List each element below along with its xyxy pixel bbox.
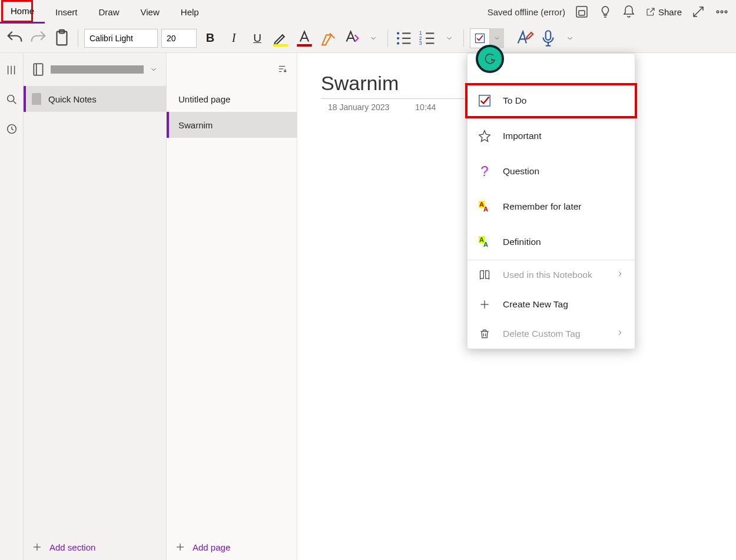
menubar-right: Saved offline (error) Share [488, 5, 736, 19]
menu-tabs: Home Insert Draw View Help [0, 0, 210, 24]
notebook-name-redacted [51, 65, 144, 74]
plus-icon [478, 298, 491, 311]
underline-button[interactable]: U [247, 28, 267, 48]
redo-button[interactable] [28, 28, 48, 48]
svg-rect-22 [546, 31, 551, 40]
section-tab-icon [32, 93, 41, 105]
sections-column: Quick Notes Add section [24, 53, 167, 560]
svg-point-9 [397, 32, 399, 34]
svg-point-10 [397, 37, 399, 39]
undo-button[interactable] [5, 28, 25, 48]
svg-point-4 [725, 11, 727, 13]
star-icon [478, 130, 491, 143]
definition-icon: AA [478, 236, 491, 248]
add-section-label: Add section [49, 542, 95, 552]
bold-button[interactable]: B [200, 28, 220, 48]
tag-option-label: Create New Tag [503, 299, 568, 310]
tag-option-question[interactable]: ? Question [468, 154, 635, 189]
svg-line-27 [13, 101, 16, 104]
lightbulb-icon[interactable] [598, 5, 612, 19]
tag-option-label: Remember for later [503, 201, 582, 212]
svg-rect-8 [297, 44, 312, 46]
chevron-right-icon [616, 329, 624, 339]
tab-insert[interactable]: Insert [45, 0, 88, 24]
svg-rect-1 [579, 11, 585, 15]
sort-icon[interactable] [277, 64, 287, 76]
trash-icon [478, 327, 491, 340]
remember-icon: AA [478, 200, 491, 213]
question-icon: ? [478, 165, 491, 178]
tag-option-label: To Do [503, 95, 527, 106]
svg-point-26 [7, 95, 14, 102]
tab-home[interactable]: Home [0, 0, 45, 24]
font-size-input[interactable] [161, 29, 197, 48]
feed-icon[interactable] [575, 5, 589, 19]
tab-help[interactable]: Help [170, 0, 210, 24]
highlight-button[interactable] [271, 28, 291, 48]
tab-view[interactable]: View [130, 0, 170, 24]
separator [463, 29, 464, 47]
ribbon: B I U 123 [0, 24, 736, 53]
tag-option-used-in-notebook: Used in this Notebook [468, 260, 635, 290]
tag-option-label: Question [503, 166, 539, 177]
clipboard-button[interactable] [52, 28, 72, 48]
bullet-list-button[interactable] [394, 28, 414, 48]
paragraph-group-more-icon[interactable] [441, 34, 457, 42]
svg-point-2 [717, 11, 719, 13]
dictate-button[interactable] [538, 28, 558, 48]
svg-rect-29 [34, 64, 42, 75]
notebooks-icon[interactable] [5, 64, 18, 77]
note-title[interactable]: Swarnim [321, 72, 486, 99]
note-time: 10:44 [415, 102, 436, 112]
grammarly-icon[interactable] [476, 45, 504, 73]
font-family-input[interactable] [84, 29, 158, 48]
add-section-button[interactable]: Add section [24, 534, 166, 560]
svg-rect-7 [273, 44, 289, 46]
tag-option-delete: Delete Custom Tag [468, 319, 635, 349]
section-label: Quick Notes [48, 94, 97, 104]
tag-option-create-new[interactable]: Create New Tag [468, 290, 635, 319]
tag-option-label: Delete Custom Tag [503, 329, 581, 339]
voice-group-more-icon[interactable] [562, 34, 578, 42]
separator [387, 29, 388, 47]
styles-button[interactable] [342, 28, 362, 48]
separator [78, 29, 78, 47]
notebook-selector[interactable] [24, 53, 166, 86]
search-icon[interactable] [5, 93, 18, 106]
page-item-swarnim[interactable]: Swarnim [167, 112, 297, 138]
note-date: 18 January 2023 [328, 102, 389, 112]
tag-option-label: Important [503, 131, 541, 141]
book-icon [478, 269, 491, 281]
tag-option-todo[interactable]: To Do [465, 83, 637, 118]
page-item-untitled[interactable]: Untitled page [167, 86, 297, 112]
chevron-down-icon [148, 65, 159, 74]
font-color-button[interactable] [294, 28, 314, 48]
add-page-button[interactable]: Add page [167, 534, 297, 560]
todo-checkbox-icon [478, 94, 491, 107]
pages-column: Untitled page Swarnim Add page [167, 53, 297, 560]
font-group-more-icon[interactable] [365, 34, 382, 42]
clear-formatting-button[interactable] [318, 28, 338, 48]
numbered-list-button[interactable]: 123 [417, 28, 437, 48]
tag-option-important[interactable]: Important [468, 118, 635, 154]
menubar: Home Insert Draw View Help Saved offline… [0, 0, 736, 24]
add-page-label: Add page [193, 542, 230, 552]
ink-to-text-button[interactable] [515, 28, 535, 48]
pages-header [167, 53, 297, 86]
section-item-quick-notes[interactable]: Quick Notes [24, 86, 166, 112]
svg-point-11 [397, 42, 399, 44]
bell-icon[interactable] [622, 5, 636, 19]
share-label: Share [658, 7, 682, 17]
fullscreen-icon[interactable] [691, 5, 705, 19]
italic-button[interactable]: I [224, 28, 244, 48]
tags-dropdown-panel: To Do Important ? Question AA Remember f… [467, 53, 635, 349]
notebook-icon [31, 62, 46, 77]
tab-draw[interactable]: Draw [88, 0, 130, 24]
tag-option-remember[interactable]: AA Remember for later [468, 189, 635, 224]
tag-option-definition[interactable]: AA Definition [468, 224, 635, 260]
svg-text:3: 3 [419, 40, 422, 46]
chevron-right-icon [616, 270, 624, 280]
recent-icon[interactable] [5, 122, 18, 135]
share-button[interactable]: Share [645, 6, 682, 17]
more-icon[interactable] [715, 5, 729, 19]
